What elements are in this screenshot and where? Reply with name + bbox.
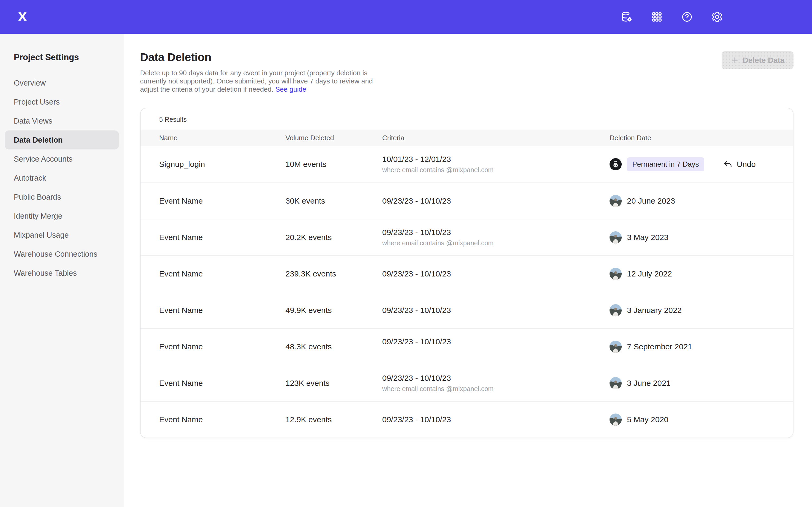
- event-name-cell: Event Name: [159, 269, 286, 278]
- page-description: Delete up to 90 days data for any event …: [140, 69, 379, 94]
- deletion-date-text: 12 July 2022: [627, 269, 672, 278]
- help-icon[interactable]: [681, 11, 693, 23]
- sidebar-item-overview[interactable]: Overview: [5, 73, 119, 93]
- user-avatar-photo: [610, 304, 622, 316]
- deletion-results-card: 5 Results Name Volume Deleted Criteria D…: [140, 108, 794, 438]
- sidebar-item-public-boards[interactable]: Public Boards: [5, 187, 119, 207]
- deletion-date-text: 3 January 2022: [627, 306, 682, 315]
- criteria-filter-subtext: [382, 349, 610, 356]
- sidebar-item-label: Public Boards: [14, 193, 61, 202]
- sidebar-item-label: Data Views: [14, 117, 52, 125]
- sidebar-item-warehouse-tables[interactable]: Warehouse Tables: [5, 264, 119, 283]
- deletion-date-cell: 7 September 2021: [610, 341, 782, 353]
- data-management-icon[interactable]: [621, 11, 633, 23]
- deletion-status-badge: Permanent in 7 Days: [627, 157, 704, 171]
- event-name-cell: Event Name: [159, 342, 286, 351]
- sidebar-item-label: Service Accounts: [14, 155, 72, 163]
- sidebar-item-project-users[interactable]: Project Users: [5, 93, 119, 111]
- undo-icon: [723, 159, 733, 169]
- criteria-date-range: 09/23/23 - 10/10/23: [382, 269, 610, 278]
- mixpanel-logo-icon: X: [15, 10, 30, 24]
- criteria-date-range: 09/23/23 - 10/10/23: [382, 306, 610, 315]
- delete-data-button-label: Delete Data: [743, 56, 784, 65]
- mixpanel-logo[interactable]: X: [15, 10, 30, 24]
- volume-deleted-cell: 30K events: [286, 196, 382, 206]
- criteria-date-range: 09/23/23 - 10/10/23: [382, 415, 610, 424]
- table-header-row: Name Volume Deleted Criteria Deletion Da…: [141, 130, 793, 146]
- table-row: Event Name 30K events 09/23/23 - 10/10/2…: [141, 182, 793, 219]
- event-name-cell: Event Name: [159, 196, 286, 206]
- sidebar-item-identity-merge[interactable]: Identity Merge: [5, 207, 119, 226]
- project-settings-sidebar: Project Settings Overview Project Users …: [0, 34, 124, 507]
- sidebar-item-data-deletion[interactable]: Data Deletion: [5, 130, 119, 150]
- user-avatar-photo: [610, 195, 622, 207]
- user-avatar-photo: [610, 341, 622, 353]
- criteria-cell: 10/01/23 - 12/01/23 where email contains…: [382, 155, 610, 174]
- sidebar-item-mixpanel-usage[interactable]: Mixpanel Usage: [5, 226, 119, 244]
- event-name-cell: Signup_login: [159, 160, 286, 169]
- sidebar-item-service-accounts[interactable]: Service Accounts: [5, 150, 119, 168]
- volume-deleted-cell: 12.9K events: [286, 415, 382, 424]
- undo-button[interactable]: Undo: [723, 159, 756, 169]
- deletion-date-text: 5 May 2020: [627, 415, 668, 424]
- user-avatar-photo: [610, 413, 622, 426]
- deletion-date-text: 3 May 2023: [627, 233, 668, 242]
- deletion-date-cell: 5 May 2020: [610, 413, 782, 426]
- settings-gear-icon[interactable]: [711, 11, 723, 23]
- sidebar-item-label: Data Deletion: [14, 136, 63, 145]
- user-avatar-photo: [610, 268, 622, 280]
- sidebar-item-warehouse-connections[interactable]: Warehouse Connections: [5, 244, 119, 264]
- delete-data-button[interactable]: Delete Data: [722, 51, 794, 69]
- deletion-date-text: 20 June 2023: [627, 196, 675, 206]
- svg-text:X: X: [18, 10, 27, 23]
- criteria-cell: 09/23/23 - 10/10/23: [382, 196, 610, 206]
- see-guide-link[interactable]: See guide: [275, 85, 306, 93]
- page-title: Data Deletion: [140, 51, 794, 64]
- sidebar-item-label: Identity Merge: [14, 212, 62, 221]
- deletion-date-text: 3 June 2021: [627, 379, 671, 388]
- criteria-filter-subtext: where email contains @mixpanel.com: [382, 166, 610, 174]
- criteria-cell: 09/23/23 - 10/10/23 where email contains…: [382, 374, 610, 393]
- column-header-criteria: Criteria: [382, 134, 610, 142]
- plus-icon: [730, 56, 739, 64]
- criteria-date-range: 09/23/23 - 10/10/23: [382, 196, 610, 206]
- column-header-deletion-date: Deletion Date: [610, 134, 782, 142]
- event-name-cell: Event Name: [159, 306, 286, 315]
- deletion-date-cell: 3 May 2023: [610, 231, 782, 243]
- criteria-date-range: 09/23/23 - 10/10/23: [382, 337, 610, 346]
- main-content: Data Deletion Delete up to 90 days data …: [124, 34, 812, 507]
- sidebar-item-label: Warehouse Tables: [14, 269, 77, 278]
- criteria-cell: 09/23/23 - 10/10/23: [382, 415, 610, 424]
- sidebar-item-autotrack[interactable]: Autotrack: [5, 168, 119, 187]
- user-avatar-dark: [610, 158, 622, 170]
- volume-deleted-cell: 20.2K events: [286, 233, 382, 242]
- table-row: Event Name 12.9K events 09/23/23 - 10/10…: [141, 401, 793, 438]
- sidebar-item-data-views[interactable]: Data Views: [5, 111, 119, 130]
- deletion-date-cell: 12 July 2022: [610, 268, 782, 280]
- criteria-filter-subtext: where email contains @mixpanel.com: [382, 239, 610, 247]
- volume-deleted-cell: 48.3K events: [286, 342, 382, 351]
- user-avatar-photo: [610, 377, 622, 389]
- table-row: Event Name 49.9K events 09/23/23 - 10/10…: [141, 292, 793, 328]
- user-avatar-photo: [610, 231, 622, 243]
- event-name-cell: Event Name: [159, 379, 286, 388]
- table-row: Event Name 123K events 09/23/23 - 10/10/…: [141, 365, 793, 401]
- results-count: 5 Results: [141, 108, 793, 130]
- sidebar-item-label: Mixpanel Usage: [14, 231, 69, 239]
- criteria-cell: 09/23/23 - 10/10/23: [382, 337, 610, 356]
- column-header-volume-deleted: Volume Deleted: [286, 134, 382, 142]
- top-navigation-bar: X: [0, 0, 812, 34]
- event-name-cell: Event Name: [159, 233, 286, 242]
- table-row: Event Name 20.2K events 09/23/23 - 10/10…: [141, 219, 793, 256]
- criteria-date-range: 10/01/23 - 12/01/23: [382, 155, 610, 164]
- sidebar-item-label: Project Users: [14, 98, 60, 106]
- deletion-date-cell: Permanent in 7 Days Undo: [610, 157, 782, 171]
- sidebar-item-label: Warehouse Connections: [14, 250, 98, 259]
- apps-grid-icon[interactable]: [651, 11, 663, 23]
- deletion-date-text: 7 September 2021: [627, 342, 692, 351]
- criteria-cell: 09/23/23 - 10/10/23: [382, 269, 610, 278]
- table-row: Event Name 239.3K events 09/23/23 - 10/1…: [141, 256, 793, 292]
- undo-button-label: Undo: [737, 160, 756, 169]
- criteria-date-range: 09/23/23 - 10/10/23: [382, 374, 610, 383]
- table-row: Signup_login 10M events 10/01/23 - 12/01…: [141, 146, 793, 182]
